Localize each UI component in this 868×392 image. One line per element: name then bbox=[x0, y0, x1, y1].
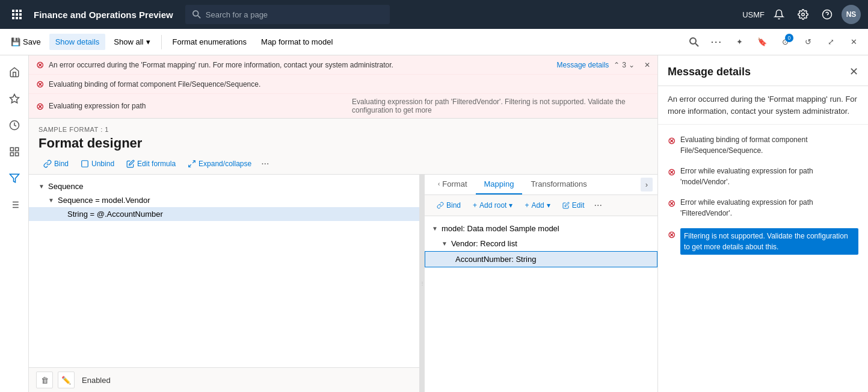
chevron-down-count-icon[interactable]: ⌄ bbox=[629, 61, 635, 69]
edit-icon-btn[interactable]: ✏️ bbox=[58, 372, 75, 388]
message-panel-close-button[interactable]: ✕ bbox=[849, 65, 858, 78]
toolbar-close-icon[interactable]: ✕ bbox=[844, 33, 863, 52]
mapping-toolbar-more[interactable]: ··· bbox=[594, 200, 602, 211]
msg-item-text-1: Evaluating binding of format component F… bbox=[680, 134, 858, 156]
tree-expand-root: ▼ bbox=[432, 225, 438, 232]
toolbar-more-button[interactable]: ··· bbox=[707, 34, 726, 50]
mapping-edit-button[interactable]: Edit bbox=[558, 199, 589, 212]
tab-next-button[interactable]: › bbox=[641, 178, 653, 191]
toolbar-bookmark-icon[interactable]: 🔖 bbox=[753, 33, 772, 52]
tab-transformations[interactable]: Transformations bbox=[522, 175, 595, 194]
tree-node-string[interactable]: String = @.AccountNumber bbox=[29, 207, 419, 221]
msg-item-2: ⊗ Error while evaluating expression for … bbox=[658, 161, 868, 192]
error-row-3: ⊗ Evaluating expression for path Evaluat… bbox=[29, 94, 657, 118]
toolbar-separator bbox=[161, 35, 162, 49]
grid-menu-icon[interactable] bbox=[7, 5, 26, 24]
msg-error-icon-3: ⊗ bbox=[668, 198, 676, 209]
tree-expand-vendor: ▼ bbox=[442, 240, 448, 247]
svg-rect-2 bbox=[19, 10, 22, 12]
error-dismiss-1[interactable]: ✕ bbox=[644, 61, 650, 69]
model-tree: ▼ model: Data model Sample model ▼ Vendo… bbox=[425, 216, 657, 392]
search-box[interactable]: Search for a page bbox=[185, 5, 390, 24]
two-panel: ▼ Sequence ▼ Sequence = model.Vendor Str… bbox=[29, 175, 657, 392]
show-all-button[interactable]: Show all ▾ bbox=[108, 34, 156, 50]
help-icon[interactable] bbox=[817, 5, 837, 24]
model-node-vendor[interactable]: ▼ Vendor: Record list bbox=[425, 236, 657, 251]
toolbar-star-icon[interactable]: ✦ bbox=[730, 33, 749, 52]
svg-rect-0 bbox=[12, 10, 14, 12]
search-placeholder: Search for a page bbox=[206, 10, 268, 19]
sidebar-home-icon[interactable] bbox=[2, 60, 26, 84]
toolbar-expand-icon[interactable]: ⤢ bbox=[821, 33, 840, 52]
designer-toolbar-more[interactable]: ··· bbox=[261, 158, 269, 169]
error-text-1: An error occurred during the 'Format map… bbox=[49, 61, 552, 69]
toolbar-badge-icon[interactable]: ⊙ 0 bbox=[775, 33, 795, 52]
svg-rect-21 bbox=[15, 153, 18, 156]
main-layout: ⊗ An error occurred during the 'Format m… bbox=[0, 55, 868, 392]
msg-error-icon-2: ⊗ bbox=[668, 166, 676, 178]
edit-formula-button[interactable]: Edit formula bbox=[122, 157, 180, 170]
model-node-root[interactable]: ▼ model: Data model Sample model bbox=[425, 221, 657, 236]
show-details-button[interactable]: Show details bbox=[49, 34, 106, 50]
tab-mapping[interactable]: Mapping bbox=[476, 175, 523, 194]
format-panel: ▼ Sequence ▼ Sequence = model.Vendor Str… bbox=[29, 175, 420, 392]
mapping-add-root-button[interactable]: + Add root ▾ bbox=[468, 199, 517, 212]
svg-point-14 bbox=[690, 38, 696, 44]
delete-icon-btn[interactable]: 🗑 bbox=[36, 372, 53, 388]
message-panel-title: Message details bbox=[668, 66, 751, 78]
error-area: ⊗ An error occurred during the 'Format m… bbox=[29, 55, 657, 119]
sidebar-grid-icon[interactable] bbox=[2, 140, 26, 164]
tree-node-sequence[interactable]: ▼ Sequence bbox=[29, 179, 419, 193]
save-icon: 💾 bbox=[11, 37, 20, 46]
msg-item-text-2: Error while evaluating expression for pa… bbox=[680, 166, 858, 187]
expand-collapse-button[interactable]: Expand/collapse bbox=[183, 157, 256, 170]
svg-rect-5 bbox=[19, 13, 22, 16]
designer-toolbar: Bind Unbind Edit formula Expand/collapse… bbox=[29, 154, 657, 175]
mapping-add-button[interactable]: + Add ▾ bbox=[520, 199, 555, 212]
chevron-left-icon: ‹ bbox=[438, 181, 440, 187]
designer-sample-label: SAMPLE FORMAT : 1 bbox=[38, 126, 648, 133]
svg-rect-19 bbox=[15, 148, 18, 151]
main-toolbar: 💾 Save Show details Show all ▾ Format en… bbox=[0, 29, 868, 55]
tab-format[interactable]: ‹ Format bbox=[429, 175, 476, 194]
svg-line-10 bbox=[198, 16, 200, 18]
notification-bell-icon[interactable] bbox=[769, 5, 789, 24]
save-button[interactable]: 💾 Save bbox=[5, 34, 47, 50]
sidebar-recent-icon[interactable] bbox=[2, 113, 26, 137]
svg-rect-3 bbox=[12, 13, 14, 16]
svg-rect-20 bbox=[10, 153, 13, 156]
panel-drag-handle[interactable]: ⋮ bbox=[420, 175, 425, 392]
error-text-3: Evaluating expression for path bbox=[49, 102, 347, 110]
model-node-accountnumber[interactable]: AccountNumber: String bbox=[425, 251, 657, 267]
format-enumerations-button[interactable]: Format enumerations bbox=[167, 34, 253, 50]
map-format-button[interactable]: Map format to model bbox=[255, 34, 339, 50]
tree-node-vendor[interactable]: ▼ Sequence = model.Vendor bbox=[29, 193, 419, 207]
bind-button[interactable]: Bind bbox=[38, 157, 73, 170]
mapping-bind-button[interactable]: Bind bbox=[432, 199, 466, 212]
settings-icon[interactable] bbox=[793, 5, 813, 24]
msg-error-icon-1: ⊗ bbox=[668, 135, 676, 146]
left-sidebar bbox=[0, 55, 29, 392]
svg-rect-6 bbox=[12, 17, 14, 19]
message-panel-header: Message details ✕ bbox=[658, 55, 868, 86]
svg-rect-29 bbox=[82, 161, 88, 167]
msg-item-1: ⊗ Evaluating binding of format component… bbox=[658, 129, 868, 161]
svg-line-15 bbox=[695, 43, 698, 46]
sidebar-filter-icon[interactable] bbox=[2, 166, 26, 190]
message-details-link[interactable]: Message details bbox=[557, 61, 609, 69]
chevron-down-icon: ▾ bbox=[146, 37, 150, 46]
bottom-status: 🗑 ✏️ Enabled bbox=[29, 367, 419, 392]
unbind-button[interactable]: Unbind bbox=[76, 157, 119, 170]
status-label: Enabled bbox=[82, 376, 111, 385]
message-details-panel: Message details ✕ An error occurred duri… bbox=[657, 55, 868, 392]
sidebar-star-icon[interactable] bbox=[2, 87, 26, 111]
toolbar-refresh-icon[interactable]: ↺ bbox=[798, 33, 817, 52]
tree-arrow-sequence: ▼ bbox=[38, 183, 45, 190]
add-root-chevron-icon: ▾ bbox=[509, 201, 512, 210]
sidebar-list-icon[interactable] bbox=[2, 193, 26, 217]
chevron-up-icon[interactable]: ⌃ bbox=[614, 61, 620, 69]
svg-rect-7 bbox=[16, 17, 18, 19]
user-avatar[interactable]: NS bbox=[842, 5, 861, 24]
error-icon-3: ⊗ bbox=[36, 101, 44, 112]
search-toolbar-icon[interactable] bbox=[685, 33, 704, 52]
